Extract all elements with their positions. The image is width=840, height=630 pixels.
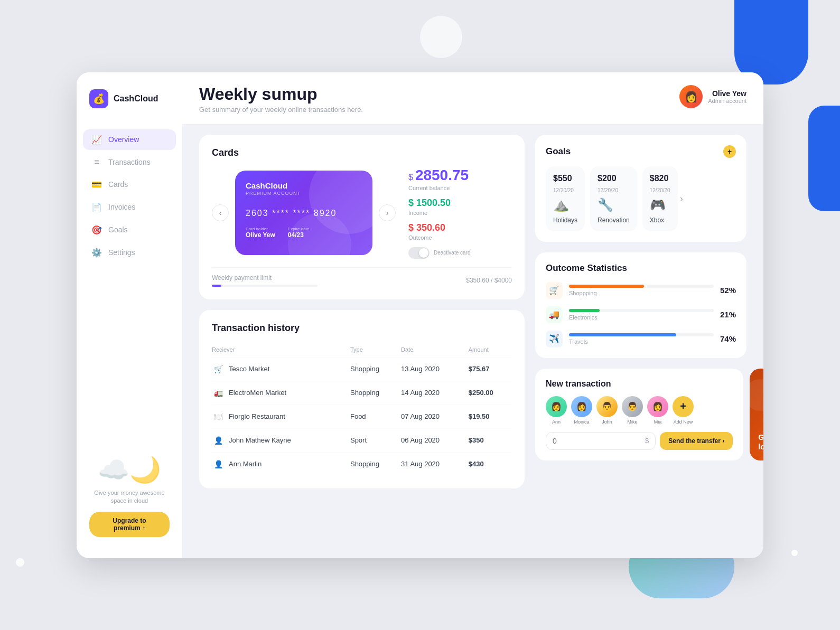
stat-item: ✈️ Travels 74%: [546, 331, 736, 347]
outcome-value: 350.60: [416, 222, 445, 233]
user-profile: 👩 Olive Yew Admin account: [679, 85, 746, 108]
add-recipient-button[interactable]: +: [673, 396, 694, 417]
stat-bar-fill: [569, 309, 600, 312]
recipient-avatar: 👩: [647, 396, 668, 417]
add-goal-button[interactable]: +: [723, 145, 736, 158]
recipient[interactable]: 👩 Mia: [647, 396, 668, 425]
goals-header: Goals +: [546, 145, 736, 158]
stat-bar-wrap: [569, 333, 714, 336]
add-new-label: Add New: [674, 419, 693, 425]
card-prev-button[interactable]: ‹: [212, 204, 229, 221]
right-column: Goals + $550 12/20/20 ⛰️ Holidays $200 1…: [535, 135, 746, 548]
goal-amount: $820: [650, 174, 670, 183]
recipient-name: Monica: [574, 419, 589, 425]
transfer-input-wrap: $: [546, 432, 656, 450]
progress-bar: [212, 285, 318, 287]
goal-card[interactable]: $820 12/20/20 🎮 Xbox: [642, 166, 678, 231]
sidebar-item-cards[interactable]: 💳 Cards: [83, 174, 176, 195]
goal-icon: 🔧: [598, 198, 630, 212]
card-details: Card holder Olive Yew Expire date 04/23: [246, 227, 362, 239]
sidebar-item-invoices[interactable]: 📄 Invoices: [83, 197, 176, 218]
transaction-amount: $250.00: [469, 381, 512, 405]
goal-date: 12/20/20: [598, 187, 630, 193]
stat-item: 🚚 Electronics 21%: [546, 306, 736, 323]
loan-card[interactable]: Get great loan! ›: [750, 369, 763, 460]
sidebar: 💰 CashCloud 📈 Overview ≡ Transactions 💳 …: [77, 72, 182, 558]
outcome-label: Outcome: [408, 234, 512, 241]
transactions-icon: ≡: [91, 157, 102, 167]
expire-label: Expire date: [288, 227, 309, 231]
transaction-date: 14 Aug 2020: [401, 381, 469, 405]
settings-icon: ⚙️: [91, 248, 102, 258]
goal-card[interactable]: $200 12/20/20 🔧 Renovation: [590, 166, 637, 231]
goal-name: Xbox: [650, 217, 670, 224]
outcome-balance: $ 350.60 Outcome: [408, 222, 512, 241]
card-footer: Weekly payment limit $350.60 / $4000: [212, 267, 512, 287]
goals-title: Goals: [546, 146, 571, 157]
sidebar-item-transactions[interactable]: ≡ Transactions: [83, 152, 176, 172]
send-label: Send the transfer ›: [668, 437, 724, 445]
stat-details: Shoppping: [569, 285, 714, 296]
cards-section: Cards ‹ CashCloud PREMIUM ACCOUNT 2603 *…: [199, 135, 525, 299]
send-transfer-button[interactable]: Send the transfer ›: [660, 432, 733, 450]
currency-symbol: $: [408, 173, 413, 182]
goal-card[interactable]: $550 12/20/20 ⛰️ Holidays: [546, 166, 585, 231]
sidebar-item-overview[interactable]: 📈 Overview: [83, 129, 176, 150]
recipient[interactable]: 👨 Mike: [622, 396, 643, 425]
logo-icon: 💰: [89, 89, 108, 108]
loan-label: Get great loan!: [758, 433, 763, 451]
table-row[interactable]: 🛒 Tesco Market Shopping 13 Aug 2020 $75.…: [212, 357, 512, 381]
recipient[interactable]: 👩 Ann: [546, 396, 567, 425]
goal-date: 12/20/20: [553, 187, 577, 193]
recipient[interactable]: 👨 John: [596, 396, 618, 425]
table-row[interactable]: 👤 Ann Marlin Shopping 31 Aug 2020 $430: [212, 452, 512, 476]
sidebar-logo: 💰 CashCloud: [77, 89, 182, 108]
table-row[interactable]: 👤 John Mathew Kayne Sport 06 Aug 2020 $3…: [212, 428, 512, 452]
goals-next-button[interactable]: ›: [678, 193, 685, 204]
cards-section-title: Cards: [212, 147, 512, 158]
table-row[interactable]: 🚛 ElectroMen Market Shopping 14 Aug 2020…: [212, 381, 512, 405]
goals-label: Goals: [108, 225, 128, 234]
upgrade-button[interactable]: Upgrade to premium ↑: [89, 512, 170, 537]
transaction-name: Tesco Market: [229, 365, 269, 373]
recipient-avatar: 👨: [596, 396, 618, 417]
transaction-title: Transaction history: [212, 323, 512, 334]
user-name: Olive Yew: [708, 89, 746, 98]
transaction-type: Shopping: [350, 381, 401, 405]
stats-list: 🛒 Shoppping 52% 🚚 Electronics 21% ✈️: [546, 282, 736, 347]
cards-label: Cards: [108, 180, 128, 189]
stat-icon: 🛒: [546, 282, 563, 299]
sidebar-item-goals[interactable]: 🎯 Goals: [83, 220, 176, 240]
transaction-date: 07 Aug 2020: [401, 405, 469, 428]
header-title-area: Weekly sumup Get summary of your weekly …: [199, 85, 363, 114]
invoices-label: Invoices: [108, 203, 135, 211]
avatar: 👩: [679, 85, 703, 108]
transaction-icon: 🛒: [212, 363, 225, 375]
transaction-type: Sport: [350, 428, 401, 452]
table-row[interactable]: 🍽️ Fiorgio Restaurant Food 07 Aug 2020 $…: [212, 405, 512, 428]
deactivate-toggle: Deactivate card: [408, 247, 512, 259]
transaction-type: Shopping: [350, 452, 401, 476]
income-balance: $ 1500.50 Income: [408, 198, 512, 216]
add-recipient[interactable]: + Add New: [673, 396, 694, 425]
cards-icon: 💳: [91, 180, 102, 190]
card-next-button[interactable]: ›: [379, 204, 396, 221]
transaction-icon: 🍽️: [212, 410, 225, 423]
deactivate-switch[interactable]: [408, 247, 430, 259]
user-role: Admin account: [708, 98, 746, 104]
recipient[interactable]: 👩 Monica: [571, 396, 592, 425]
user-info: Olive Yew Admin account: [708, 89, 746, 104]
recipient-avatar: 👩: [571, 396, 592, 417]
current-balance: $ 2850.75 Current balance: [408, 167, 512, 191]
sidebar-item-settings[interactable]: ⚙️ Settings: [83, 242, 176, 263]
sidebar-illustration: ☁️🌙 Give your money awesome space in clo…: [89, 455, 170, 505]
illustration-text: Give your money awesome space in cloud: [89, 489, 170, 505]
transfer-amount-input[interactable]: [553, 437, 645, 445]
income-currency: $: [408, 198, 416, 208]
recipient-avatar: 👩: [546, 396, 567, 417]
goals-icon: 🎯: [91, 225, 102, 235]
income-amount: $ 1500.50: [408, 198, 512, 209]
stats-title: Outcome Statistics: [546, 263, 736, 274]
recipient-name: Mia: [654, 419, 662, 425]
transaction-type: Shopping: [350, 357, 401, 381]
